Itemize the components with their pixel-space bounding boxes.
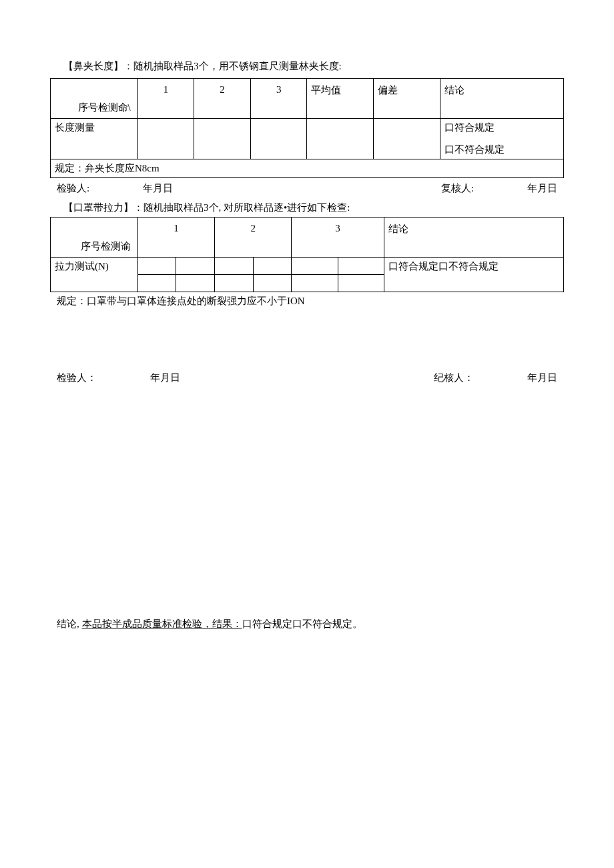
cell2-1c xyxy=(137,275,176,292)
col-conclusion: 结论 xyxy=(440,79,564,119)
cell-dev xyxy=(374,119,440,159)
signature-line-2: 检验人： 年月日 纪核人： 年月日 xyxy=(50,372,564,384)
cell2-3b xyxy=(338,258,384,275)
fail-checkbox[interactable]: 口不符合规定 xyxy=(444,143,559,156)
cell2-3d xyxy=(338,275,384,292)
col2-conclusion: 结论 xyxy=(384,218,563,258)
final-conclusion: 结论, 本品按半成品质量标准检验，结果：口符合规定口不符合规定。 xyxy=(50,618,564,630)
date-1a: 年月日 xyxy=(143,182,173,195)
conclusion-suffix: 口符合规定口不符合规定。 xyxy=(242,618,362,629)
col2-1: 1 xyxy=(137,218,214,258)
reviewer-label-2: 纪核人： xyxy=(434,372,474,384)
cell2-1d xyxy=(176,275,215,292)
conclusion-underlined: 本品按半成品质量标准检验，结果： xyxy=(82,618,242,629)
table-strap-pull: 序号检测谕 1 2 3 结论 拉力测试(N) 口符合规定口不符合规定 xyxy=(50,217,564,292)
inspector-label-1: 检验人: xyxy=(57,182,89,195)
cell-avg xyxy=(307,119,374,159)
date-2a: 年月日 xyxy=(150,372,180,384)
cell2-2b xyxy=(253,258,292,275)
cell2-1a xyxy=(137,258,176,275)
row-pull-label: 拉力测试(N) xyxy=(51,258,138,292)
section1-title: 【鼻夹长度】：随机抽取样品3个，用不锈钢直尺测量林夹长度: xyxy=(50,60,564,73)
col2-3: 3 xyxy=(292,218,384,258)
cell-3 xyxy=(250,119,307,159)
col-2: 2 xyxy=(194,79,251,119)
col2-2: 2 xyxy=(215,218,292,258)
diag-header-1: 序号检测命\ xyxy=(51,79,138,119)
pass-checkbox[interactable]: 口符合规定 xyxy=(444,121,559,134)
cell2-3a xyxy=(292,258,338,275)
cell-conclusion: 口符合规定 口不符合规定 xyxy=(440,119,564,159)
cell2-1b xyxy=(176,258,215,275)
rule-1: 规定：弁夹长度应N8cm xyxy=(51,159,564,178)
col-3: 3 xyxy=(250,79,307,119)
cell2-2c xyxy=(215,275,254,292)
col-1: 1 xyxy=(137,79,194,119)
cell2-conclusion[interactable]: 口符合规定口不符合规定 xyxy=(384,258,563,292)
reviewer-label-1: 复核人: xyxy=(441,182,474,195)
date-2b: 年月日 xyxy=(527,372,557,384)
signature-line-1: 检验人: 年月日 复核人: 年月日 xyxy=(50,182,564,195)
table-nose-clip: 序号检测命\ 1 2 3 平均值 偏差 结论 长度测量 口符合规定 口不符合规定… xyxy=(50,78,564,178)
cell2-2d xyxy=(253,275,292,292)
row-length-label: 长度测量 xyxy=(51,119,138,159)
cell-1 xyxy=(137,119,194,159)
cell2-3c xyxy=(292,275,338,292)
date-1b: 年月日 xyxy=(527,182,557,195)
cell-2 xyxy=(194,119,251,159)
col-avg: 平均值 xyxy=(307,79,374,119)
inspector-label-2: 检验人： xyxy=(57,372,97,384)
section2-title: 【口罩带拉力】：随机抽取样品3个, 对所取样品逐•进行如下检查: xyxy=(50,201,564,214)
rule-2: 规定：口罩带与口罩体连接点处的断裂强力应不小于ION xyxy=(50,295,564,308)
diag-header-2: 序号检测谕 xyxy=(51,218,138,258)
col-dev: 偏差 xyxy=(374,79,440,119)
cell2-2a xyxy=(215,258,254,275)
conclusion-prefix: 结论, xyxy=(57,618,82,629)
